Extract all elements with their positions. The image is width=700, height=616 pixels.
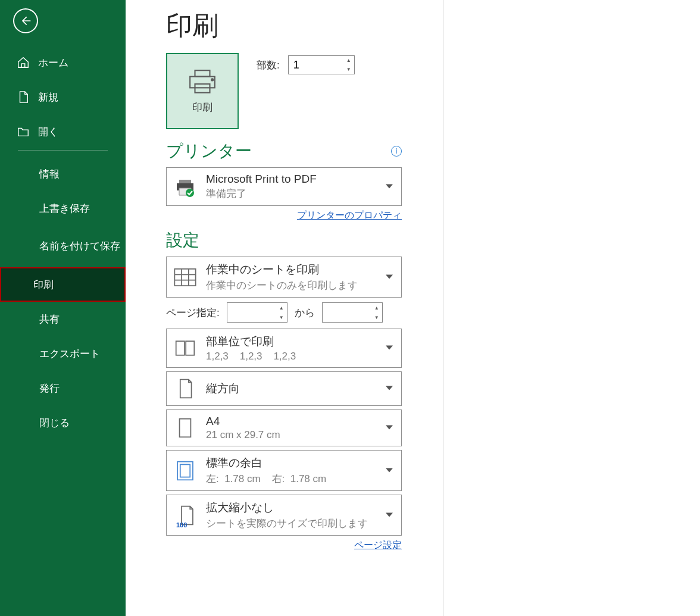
- sidebar-item-print[interactable]: 印刷: [0, 267, 126, 302]
- print-settings-column: 印刷 印刷 部数: ▲ ▼ プリンター i: [126, 0, 443, 616]
- svg-rect-5: [174, 268, 195, 285]
- combo-title: 標準の余白: [206, 455, 326, 471]
- backstage-sidebar: ホーム 新規 開く 情報 上書き保存 名前を付けて保存 印刷 共有 エクスポート…: [0, 0, 126, 616]
- combo-title: 縦方向: [206, 381, 240, 396]
- sidebar-item-share[interactable]: 共有: [0, 302, 126, 336]
- chevron-down-icon: [386, 510, 393, 521]
- combo-title: 部単位で印刷: [206, 334, 296, 349]
- paper-icon: [173, 416, 198, 440]
- chevron-down-icon: [386, 343, 393, 354]
- sidebar-separator: [18, 150, 108, 151]
- combo-subtitle: 1,2,3 1,2,3 1,2,3: [206, 351, 296, 362]
- blank-document-icon: [17, 90, 30, 104]
- sidebar-label: 共有: [39, 312, 60, 326]
- spinner-up[interactable]: ▲: [371, 303, 382, 312]
- scaling-badge: 100: [176, 521, 187, 529]
- back-button[interactable]: [13, 8, 38, 33]
- copies-input[interactable]: [289, 56, 343, 74]
- svg-rect-0: [195, 70, 210, 76]
- combo-title: A4: [206, 415, 280, 428]
- chevron-down-icon: [386, 182, 393, 192]
- printer-dropdown[interactable]: Microsoft Print to PDF 準備完了: [166, 167, 402, 206]
- sidebar-label: 上書き保存: [39, 202, 90, 215]
- combo-title: 拡大縮小なし: [206, 500, 368, 515]
- combo-subtitle: 作業中のシートのみを印刷します: [206, 279, 358, 292]
- svg-rect-2: [195, 84, 210, 93]
- page-range-row: ページ指定: ▲▼ から ▲▼: [166, 302, 402, 323]
- combo-subtitle: 21 cm x 29.7 cm: [206, 429, 280, 441]
- svg-point-4: [186, 189, 194, 197]
- sidebar-label: 開く: [38, 125, 58, 139]
- chevron-down-icon: [386, 272, 393, 283]
- section-label: プリンター: [166, 140, 252, 162]
- orientation-dropdown[interactable]: 縦方向: [166, 371, 402, 406]
- sidebar-item-close[interactable]: 閉じる: [0, 405, 126, 440]
- svg-rect-7: [186, 341, 194, 355]
- section-label: 設定: [166, 229, 199, 252]
- page-to-spinner[interactable]: ▲▼: [322, 302, 383, 323]
- page-setup-link[interactable]: ページ設定: [354, 540, 402, 550]
- folder-open-icon: [17, 125, 30, 138]
- copies-label: 部数:: [257, 58, 280, 72]
- home-icon: [17, 56, 30, 69]
- sidebar-item-publish[interactable]: 発行: [0, 371, 126, 405]
- sidebar-item-info[interactable]: 情報: [0, 157, 126, 191]
- svg-rect-6: [176, 341, 185, 355]
- svg-rect-1: [190, 76, 215, 87]
- page-from-input[interactable]: [227, 303, 276, 322]
- print-what-dropdown[interactable]: 作業中のシートを印刷 作業中のシートのみを印刷します: [166, 257, 402, 298]
- spinner-down[interactable]: ▼: [371, 312, 382, 322]
- margins-dropdown[interactable]: 標準の余白 左: 1.78 cm 右: 1.78 cm: [166, 450, 402, 491]
- print-button[interactable]: 印刷: [166, 53, 239, 129]
- main-area: 印刷 印刷 部数: ▲ ▼ プリンター i: [126, 0, 700, 616]
- sidebar-item-save-as[interactable]: 名前を付けて保存: [0, 226, 126, 267]
- sidebar-item-open[interactable]: 開く: [0, 114, 126, 149]
- collate-icon: [173, 336, 198, 360]
- page-to-input[interactable]: [323, 303, 371, 322]
- sidebar-label: ホーム: [38, 56, 68, 70]
- sidebar-item-export[interactable]: エクスポート: [0, 336, 126, 371]
- combo-title: 作業中のシートを印刷: [206, 262, 358, 277]
- copies-spinner[interactable]: ▲ ▼: [288, 55, 355, 74]
- sidebar-label: エクスポート: [39, 347, 100, 361]
- printer-name: Microsoft Print to PDF: [206, 173, 317, 186]
- info-icon[interactable]: i: [391, 146, 402, 157]
- page-title: 印刷: [166, 8, 443, 43]
- spinner-arrows: ▲ ▼: [343, 56, 354, 74]
- spinner-down[interactable]: ▼: [276, 312, 287, 322]
- page-from-spinner[interactable]: ▲▼: [227, 302, 288, 323]
- printer-properties-link[interactable]: プリンターのプロパティ: [297, 210, 402, 220]
- printer-status: 準備完了: [206, 187, 317, 201]
- page-range-label: ページ指定:: [166, 306, 220, 320]
- spinner-down[interactable]: ▼: [343, 65, 354, 74]
- sidebar-label: 印刷: [33, 278, 54, 292]
- collate-dropdown[interactable]: 部単位で印刷 1,2,3 1,2,3 1,2,3: [166, 329, 402, 368]
- sheet-grid-icon: [173, 265, 198, 289]
- chevron-down-icon: [386, 383, 393, 394]
- settings-section-title: 設定: [166, 229, 402, 252]
- sidebar-item-save[interactable]: 上書き保存: [0, 191, 126, 226]
- sidebar-label: 名前を付けて保存: [39, 239, 120, 254]
- sidebar-item-new[interactable]: 新規: [0, 80, 126, 114]
- combo-subtitle: 左: 1.78 cm 右: 1.78 cm: [206, 472, 326, 486]
- sidebar-item-home[interactable]: ホーム: [0, 45, 126, 80]
- scaling-icon: 100: [173, 504, 198, 527]
- copies-group: 部数: ▲ ▼: [257, 55, 355, 74]
- chevron-down-icon: [386, 423, 393, 433]
- chevron-down-icon: [386, 465, 393, 476]
- portrait-page-icon: [173, 377, 198, 401]
- scaling-dropdown[interactable]: 100 拡大縮小なし シートを実際のサイズで印刷します: [166, 495, 402, 536]
- print-and-copies-row: 印刷 部数: ▲ ▼: [166, 53, 443, 129]
- svg-rect-10: [180, 464, 190, 477]
- sidebar-label: 情報: [39, 167, 60, 181]
- printer-icon: [188, 68, 217, 95]
- spinner-up[interactable]: ▲: [276, 303, 287, 312]
- print-button-label: 印刷: [192, 101, 212, 114]
- print-preview-area: [443, 0, 700, 616]
- paper-size-dropdown[interactable]: A4 21 cm x 29.7 cm: [166, 409, 402, 446]
- printer-section-title: プリンター i: [166, 140, 402, 162]
- spinner-up[interactable]: ▲: [343, 56, 354, 65]
- combo-subtitle: シートを実際のサイズで印刷します: [206, 517, 368, 530]
- margins-icon: [173, 459, 198, 483]
- printer-status-icon: [173, 175, 198, 199]
